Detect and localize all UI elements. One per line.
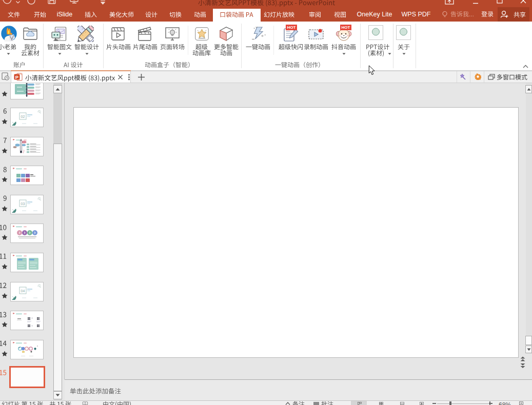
svg-text:03: 03	[21, 201, 25, 205]
svg-text:P: P	[15, 74, 19, 80]
svg-text:04: 04	[21, 289, 25, 292]
svg-text:02: 02	[21, 115, 25, 118]
